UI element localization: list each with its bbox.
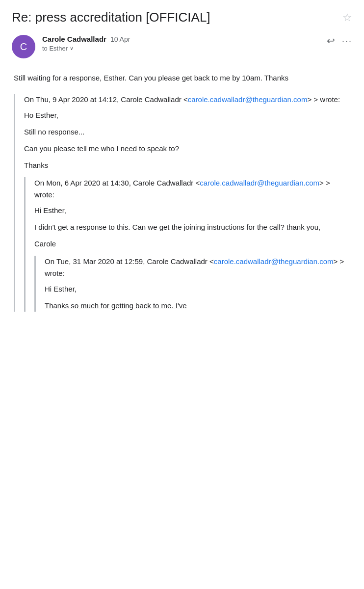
avatar: C bbox=[12, 35, 35, 58]
email-actions: ↩ ··· bbox=[327, 35, 352, 47]
quote1-attribution-start: On Thu, 9 Apr 2020 at 14:12, Carole Cadw… bbox=[24, 95, 182, 104]
quote2-line3: Carole bbox=[34, 238, 350, 250]
quote1-line3: Can you please tell me who I need to spe… bbox=[24, 143, 350, 155]
email-subject-bar: Re: press accreditation [OFFICIAL] ☆ bbox=[12, 10, 352, 25]
sender-to[interactable]: to Esther ∨ bbox=[42, 45, 321, 52]
quote2-line1: Hi Esther, bbox=[34, 205, 350, 216]
star-icon[interactable]: ☆ bbox=[342, 11, 352, 24]
quote3-line2: Thanks so much for getting back to me. I… bbox=[45, 300, 350, 312]
quote2-attribution: On Mon, 6 Apr 2020 at 14:30, Carole Cadw… bbox=[34, 177, 350, 201]
quote1-email-link[interactable]: carole.cadwalladr@theguardian.com bbox=[188, 95, 308, 104]
quote3-line1: Hi Esther, bbox=[45, 283, 350, 295]
sender-info: Carole Cadwalladr 10 Apr to Esther ∨ bbox=[42, 35, 321, 52]
email-body: Still waiting for a response, Esther. Ca… bbox=[12, 72, 352, 312]
body-intro: Still waiting for a response, Esther. Ca… bbox=[14, 72, 350, 84]
quote1-line2: Still no response... bbox=[24, 126, 350, 138]
chevron-down-icon[interactable]: ∨ bbox=[70, 45, 74, 52]
quote2-attribution-start: On Mon, 6 Apr 2020 at 14:30, Carole Cadw… bbox=[34, 179, 193, 187]
reply-icon[interactable]: ↩ bbox=[327, 35, 335, 47]
sender-date: 10 Apr bbox=[110, 35, 130, 43]
quote1-line4: Thanks bbox=[24, 160, 350, 171]
quote3-attribution-start: On Tue, 31 Mar 2020 at 12:59, Carole Cad… bbox=[45, 257, 208, 266]
email-header: C Carole Cadwalladr 10 Apr to Esther ∨ ↩… bbox=[12, 35, 352, 58]
quote3-attribution: On Tue, 31 Mar 2020 at 12:59, Carole Cad… bbox=[45, 256, 350, 279]
sender-name: Carole Cadwalladr bbox=[42, 35, 106, 43]
more-options-icon[interactable]: ··· bbox=[342, 36, 352, 46]
quote3-email-link[interactable]: carole.cadwalladr@theguardian.com bbox=[214, 257, 334, 266]
quote1-wrote: > wrote: bbox=[313, 95, 340, 104]
quote2-line2: I didn't get a response to this. Can we … bbox=[34, 221, 350, 233]
quote2-email-link[interactable]: carole.cadwalladr@theguardian.com bbox=[200, 179, 319, 187]
quoted-block-1: On Thu, 9 Apr 2020 at 14:12, Carole Cadw… bbox=[14, 94, 350, 312]
quoted-block-2: On Mon, 6 Apr 2020 at 14:30, Carole Cadw… bbox=[24, 177, 350, 312]
quote1-attribution: On Thu, 9 Apr 2020 at 14:12, Carole Cadw… bbox=[24, 94, 350, 106]
to-label: to Esther bbox=[42, 45, 68, 52]
email-subject-title: Re: press accreditation [OFFICIAL] bbox=[12, 10, 337, 25]
quoted-block-3: On Tue, 31 Mar 2020 at 12:59, Carole Cad… bbox=[34, 256, 350, 312]
email-container: Re: press accreditation [OFFICIAL] ☆ C C… bbox=[0, 0, 364, 329]
sender-name-row: Carole Cadwalladr 10 Apr bbox=[42, 35, 321, 43]
quote1-line1: Ho Esther, bbox=[24, 109, 350, 121]
